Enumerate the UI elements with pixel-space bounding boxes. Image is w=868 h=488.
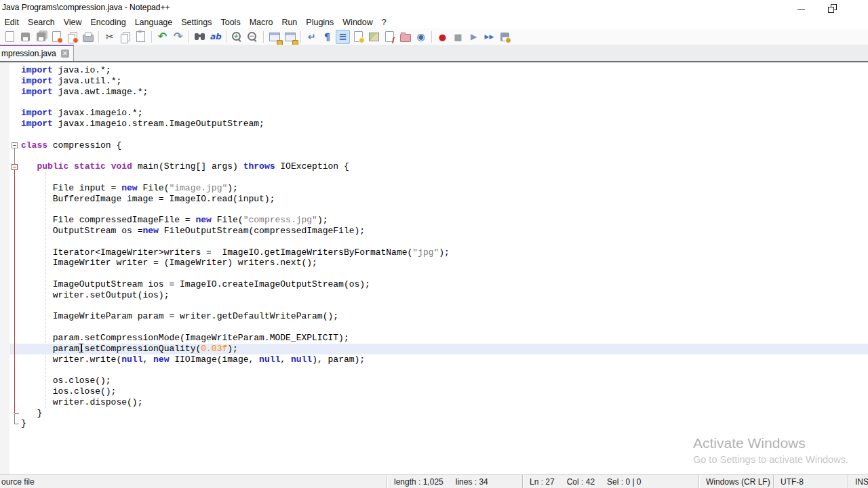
menu-item-macro[interactable]: Macro — [245, 16, 277, 28]
code-line-25[interactable] — [19, 322, 868, 333]
zoom-in-icon[interactable]: + — [230, 30, 244, 44]
code-line-13[interactable]: BufferedImage image = ImageIO.read(input… — [19, 194, 868, 205]
editor-pane[interactable]: import java.io.*;import java.util.*;impo… — [0, 62, 868, 474]
play-macro-icon[interactable]: ▶ — [467, 30, 481, 44]
status-bar: ource file length : 1,025lines : 34Ln : … — [0, 474, 868, 488]
run-macro-multiple-times-icon[interactable]: ▶▶ — [482, 30, 496, 44]
new-file-icon[interactable] — [3, 30, 17, 44]
watermark-subtitle: Go to Settings to activate Windows. — [693, 454, 848, 465]
cut-icon[interactable]: ✂ — [102, 30, 117, 44]
function-list-icon[interactable]: f — [382, 30, 397, 44]
close-all-icon[interactable] — [65, 30, 79, 44]
code-line-32[interactable]: writer.dispose(); — [19, 397, 868, 408]
sync-vertical-scroll-icon[interactable] — [267, 30, 281, 44]
folder-as-workspace-icon[interactable] — [398, 30, 412, 44]
code-line-8[interactable]: class compression { — [19, 140, 868, 151]
word-wrap-icon[interactable]: ↵ — [304, 30, 319, 44]
print-icon[interactable] — [81, 30, 95, 44]
code-line-10[interactable]: public static void main(String[] args) t… — [19, 161, 868, 172]
code-line-31[interactable]: ios.close(); — [19, 386, 868, 397]
code-line-16[interactable]: OutputStream os =new FileOutputStream(co… — [19, 226, 868, 237]
watermark-title: Activate Windows — [693, 435, 848, 451]
code-line-19[interactable]: ImageWriter writer = (ImageWriter) write… — [19, 258, 868, 268]
code-line-11[interactable] — [19, 172, 868, 183]
code-line-17[interactable] — [19, 237, 868, 247]
code-line-29[interactable] — [19, 365, 868, 375]
save-icon[interactable] — [18, 30, 33, 44]
replace-icon[interactable]: ab — [208, 30, 222, 44]
code-line-30[interactable]: os.close(); — [19, 375, 868, 386]
define-language-icon[interactable] — [351, 30, 366, 44]
menu-item-view[interactable]: View — [59, 16, 86, 28]
fold-marker-main[interactable] — [12, 164, 18, 170]
code-line-18[interactable]: Iterator<ImageWriter>writers = ImageIO.g… — [19, 247, 868, 258]
menu-item-help[interactable]: ? — [377, 16, 391, 28]
menu-item-language[interactable]: Language — [130, 16, 177, 28]
save-all-icon[interactable] — [34, 30, 48, 44]
notepad-plus-plus-window: Java Programs\compression.java - Notepad… — [0, 0, 868, 488]
status-eol-format: Windows (CR LF) — [698, 475, 773, 488]
code-line-15[interactable]: File compressedImageFile = new File("com… — [19, 215, 868, 226]
mouse-ibeam-cursor — [78, 344, 84, 352]
code-line-6[interactable]: import javax.imageio.stream.ImageOutputS… — [19, 119, 868, 129]
minimize-button[interactable] — [785, 0, 816, 16]
record-macro-icon[interactable]: ● — [435, 30, 450, 44]
document-map-icon[interactable] — [367, 30, 381, 44]
code-line-20[interactable] — [19, 268, 868, 279]
fold-rail-line — [14, 413, 15, 424]
code-area[interactable]: import java.io.*;import java.util.*;impo… — [19, 65, 868, 429]
restore-button[interactable] — [816, 0, 848, 16]
menu-item-edit[interactable]: Edit — [0, 16, 24, 28]
tab-close-icon[interactable]: ✕ — [61, 49, 69, 58]
code-line-1[interactable]: import java.io.*; — [19, 65, 868, 76]
title-bar: Java Programs\compression.java - Notepad… — [0, 0, 868, 16]
tab-label: mpression.java — [1, 49, 56, 58]
code-line-34[interactable]: } — [19, 418, 868, 429]
toolbar-separator — [98, 31, 99, 43]
menu-item-tools[interactable]: Tools — [216, 16, 245, 28]
save-recorded-macro-icon[interactable] — [498, 30, 512, 44]
show-all-characters-icon[interactable]: ¶ — [320, 30, 334, 44]
code-line-26[interactable]: param.setCompressionMode(ImageWriteParam… — [19, 333, 868, 344]
zoom-out-icon[interactable]: − — [245, 30, 260, 44]
code-line-33[interactable]: } — [19, 408, 868, 419]
code-line-3[interactable]: import java.awt.image.*; — [19, 87, 868, 98]
menu-item-search[interactable]: Search — [24, 16, 60, 28]
fold-marker-class[interactable] — [12, 142, 18, 148]
fold-rail-corner — [14, 413, 19, 414]
code-line-28[interactable]: writer.write(null, new IIOImage(image, n… — [19, 354, 868, 365]
bookmark-margin — [0, 62, 9, 474]
menu-item-run[interactable]: Run — [277, 16, 302, 28]
redo-icon[interactable]: ↷ — [171, 30, 185, 44]
window-controls — [785, 0, 848, 16]
menu-item-settings[interactable]: Settings — [177, 16, 216, 28]
code-line-21[interactable]: ImageOutputStream ios = ImageIO.createIm… — [19, 279, 868, 290]
paste-icon[interactable] — [134, 30, 148, 44]
code-line-9[interactable] — [19, 150, 868, 161]
code-line-23[interactable] — [19, 301, 868, 312]
copy-icon[interactable] — [118, 30, 132, 44]
menu-item-plugins[interactable]: Plugins — [302, 16, 338, 28]
undo-icon[interactable]: ↶ — [155, 30, 170, 44]
code-line-5[interactable]: import javax.imageio.*; — [19, 108, 868, 119]
tab-compression-java[interactable]: mpression.java ✕ — [0, 45, 74, 61]
code-line-2[interactable]: import java.util.*; — [19, 76, 868, 87]
code-line-27[interactable]: param.setCompressionQuality(0.03f); — [9, 344, 868, 354]
code-line-12[interactable]: File input = new File("image.jpg"); — [19, 183, 868, 194]
menu-item-encoding[interactable]: Encoding — [86, 16, 130, 28]
tab-bar: mpression.java ✕ — [0, 45, 868, 62]
close-icon[interactable] — [50, 30, 64, 44]
monitoring-icon[interactable]: ◉ — [414, 30, 428, 44]
sync-horizontal-scroll-icon[interactable] — [283, 30, 297, 44]
indent-guide-icon[interactable]: ≡ — [336, 30, 350, 44]
code-line-24[interactable]: ImageWriteParam param = writer.getDefaul… — [19, 311, 868, 322]
menu-item-window[interactable]: Window — [338, 16, 377, 28]
toolbar: ✂↶↷ab+−↵¶≡f◉●■▶▶▶ — [0, 28, 868, 45]
find-icon[interactable] — [193, 30, 207, 44]
code-line-22[interactable]: writer.setOutput(ios); — [19, 290, 868, 301]
menu-bar: EditSearchViewEncodingLanguageSettingsTo… — [0, 16, 868, 28]
code-line-14[interactable] — [19, 204, 868, 215]
stop-macro-icon[interactable]: ■ — [451, 30, 465, 44]
code-line-4[interactable] — [19, 97, 868, 108]
code-line-7[interactable] — [19, 129, 868, 140]
